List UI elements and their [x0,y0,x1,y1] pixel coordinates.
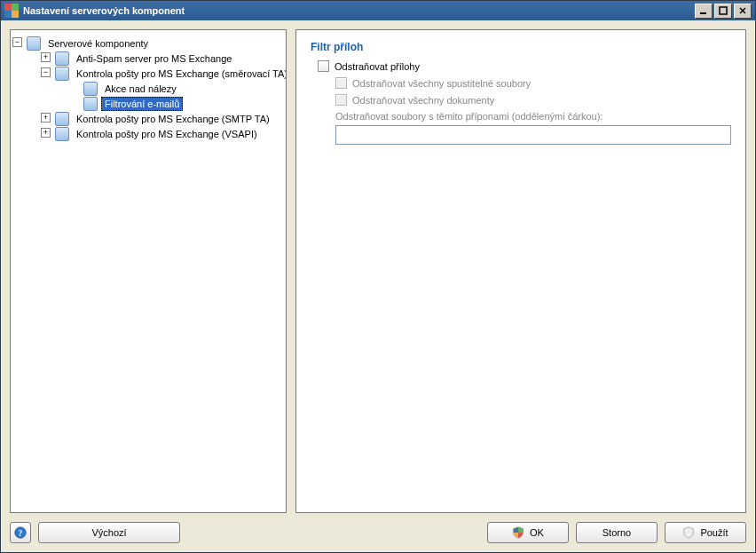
section-title: Filtr příloh [311,41,731,53]
option-label: Odstraňovat všechny dokumenty [352,95,494,106]
button-label: Storno [602,527,631,538]
tree-label[interactable]: Serverové komponenty [44,36,152,51]
svg-rect-0 [700,12,706,14]
expander-icon[interactable]: + [41,52,51,62]
tree-node-root[interactable]: − Serverové komponenty + Anti-Spam serve… [12,36,284,141]
minimize-button[interactable] [695,4,713,19]
svg-text:?: ? [19,528,23,538]
tree-label[interactable]: Kontrola pošty pro MS Exchange (směrovac… [73,67,287,81]
titlebar[interactable]: Nastavení serverových komponent [1,1,755,20]
tree-node[interactable]: + Anti-Spam server pro MS Exchange [41,51,284,66]
help-icon: ? [14,526,27,539]
tree-label[interactable]: Akce nad nálezy [101,82,180,96]
button-label: Použít [700,527,728,538]
component-icon [55,112,69,126]
button-label: OK [530,527,544,538]
expander-icon [69,98,79,107]
extensions-input[interactable] [335,125,731,145]
tree-label-selected[interactable]: Filtrování e-mailů [101,97,183,111]
svg-rect-1 [720,7,727,14]
expander-icon[interactable]: + [41,113,51,122]
tree-label[interactable]: Kontrola pošty pro MS Exchange (SMTP TA) [73,112,273,126]
expander-icon [69,83,79,92]
client-area: − Serverové komponenty + Anti-Spam serve… [1,20,755,552]
checkbox-icon[interactable] [335,77,347,89]
tree-label[interactable]: Anti-Spam server pro MS Exchange [73,51,235,66]
option-remove-attachments[interactable]: Odstraňovat přílohy [318,60,731,72]
option-label: Odstraňovat všechny spustitelné soubory [352,78,531,89]
help-button[interactable]: ? [10,522,31,543]
page-icon [83,82,98,96]
expander-icon[interactable]: − [41,67,51,77]
folder-icon [27,36,41,51]
content-panel: Filtr příloh Odstraňovat přílohy Odstraň… [295,29,746,513]
app-icon [4,4,19,18]
option-label: Odstraňovat přílohy [335,61,420,72]
component-icon [55,51,69,66]
component-icon [55,127,69,141]
tree-node[interactable]: + Kontrola pošty pro MS Exchange (SMTP T… [41,111,284,126]
expander-icon[interactable]: + [41,128,51,138]
option-remove-documents[interactable]: Odstraňovat všechny dokumenty [335,94,731,106]
maximize-button[interactable] [714,4,732,19]
close-button[interactable] [734,4,752,19]
component-icon [55,67,69,81]
extensions-label: Odstraňovat soubory s těmito příponami (… [335,111,731,122]
cancel-button[interactable]: Storno [576,522,658,543]
window-controls [695,4,752,19]
defaults-button[interactable]: Výchozí [38,522,180,543]
tree-node[interactable]: − Kontrola pošty pro MS Exchange (směrov… [41,66,284,111]
expander-icon[interactable]: − [12,37,22,47]
tree-node[interactable]: Akce nad nálezy [69,81,284,96]
ok-button[interactable]: OK [487,522,569,543]
sub-options: Odstraňovat všechny spustitelné soubory … [335,77,731,145]
checkbox-icon[interactable] [318,60,329,72]
button-bar: ? Výchozí OK Storno [10,520,746,543]
window-title: Nastavení serverových komponent [23,5,695,16]
checkbox-icon[interactable] [335,94,347,106]
panes: − Serverové komponenty + Anti-Spam serve… [10,29,746,513]
navigation-tree[interactable]: − Serverové komponenty + Anti-Spam serve… [10,29,287,513]
shield-icon [512,526,524,539]
tree-node[interactable]: + Kontrola pošty pro MS Exchange (VSAPI) [41,126,284,141]
tree-node[interactable]: Filtrování e-mailů [69,96,284,111]
settings-window: Nastavení serverových komponent − Server… [0,0,756,553]
apply-button[interactable]: Použít [665,522,746,543]
page-icon [83,97,98,111]
shield-icon [682,526,695,539]
button-label: Výchozí [91,527,126,538]
tree-label[interactable]: Kontrola pošty pro MS Exchange (VSAPI) [73,127,261,141]
option-remove-executables[interactable]: Odstraňovat všechny spustitelné soubory [335,77,731,89]
